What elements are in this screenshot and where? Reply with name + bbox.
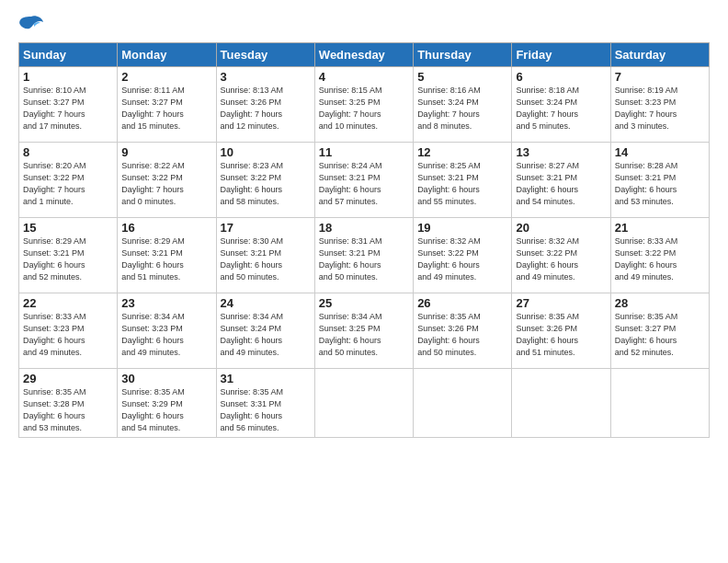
day-info: Sunrise: 8:20 AM Sunset: 3:22 PM Dayligh… [23,160,113,208]
day-number: 15 [23,221,113,235]
day-number: 2 [121,70,211,84]
day-info: Sunrise: 8:35 AM Sunset: 3:26 PM Dayligh… [516,311,606,359]
day-cell-29: 29Sunrise: 8:35 AM Sunset: 3:28 PM Dayli… [19,369,118,438]
day-number: 9 [121,145,211,159]
day-number: 18 [319,221,409,235]
day-number: 11 [319,145,409,159]
day-info: Sunrise: 8:35 AM Sunset: 3:26 PM Dayligh… [417,311,507,359]
day-cell-3: 3Sunrise: 8:13 AM Sunset: 3:26 PM Daylig… [216,67,314,143]
day-cell-14: 14Sunrise: 8:28 AM Sunset: 3:21 PM Dayli… [610,143,709,218]
day-info: Sunrise: 8:16 AM Sunset: 3:24 PM Dayligh… [417,85,507,132]
day-info: Sunrise: 8:35 AM Sunset: 3:27 PM Dayligh… [615,311,705,359]
day-cell-21: 21Sunrise: 8:33 AM Sunset: 3:22 PM Dayli… [610,218,709,293]
day-number: 13 [516,145,606,159]
day-cell-4: 4Sunrise: 8:15 AM Sunset: 3:25 PM Daylig… [314,67,413,143]
day-info: Sunrise: 8:35 AM Sunset: 3:29 PM Dayligh… [121,386,211,434]
day-number: 22 [23,296,113,310]
day-cell-15: 15Sunrise: 8:29 AM Sunset: 3:21 PM Dayli… [19,218,118,293]
day-cell-30: 30Sunrise: 8:35 AM Sunset: 3:29 PM Dayli… [118,369,216,438]
weekday-header-saturday: Saturday [610,43,709,67]
day-number: 5 [417,70,507,84]
day-cell-6: 6Sunrise: 8:18 AM Sunset: 3:24 PM Daylig… [512,67,610,143]
day-cell-19: 19Sunrise: 8:32 AM Sunset: 3:22 PM Dayli… [414,218,512,293]
week-row-4: 22Sunrise: 8:33 AM Sunset: 3:23 PM Dayli… [19,293,710,369]
logo [18,15,48,35]
day-cell-12: 12Sunrise: 8:25 AM Sunset: 3:21 PM Dayli… [414,143,512,218]
day-info: Sunrise: 8:35 AM Sunset: 3:28 PM Dayligh… [23,386,113,434]
day-number: 24 [221,296,311,310]
day-info: Sunrise: 8:23 AM Sunset: 3:22 PM Dayligh… [221,160,311,208]
day-number: 28 [615,296,705,310]
day-info: Sunrise: 8:10 AM Sunset: 3:27 PM Dayligh… [23,85,113,132]
day-number: 1 [23,70,113,84]
week-row-5: 29Sunrise: 8:35 AM Sunset: 3:28 PM Dayli… [19,369,710,438]
weekday-header-wednesday: Wednesday [314,43,413,67]
week-row-3: 15Sunrise: 8:29 AM Sunset: 3:21 PM Dayli… [19,218,710,293]
day-cell-10: 10Sunrise: 8:23 AM Sunset: 3:22 PM Dayli… [216,143,314,218]
day-info: Sunrise: 8:33 AM Sunset: 3:22 PM Dayligh… [615,236,705,283]
day-cell-11: 11Sunrise: 8:24 AM Sunset: 3:21 PM Dayli… [314,143,413,218]
day-cell-20: 20Sunrise: 8:32 AM Sunset: 3:22 PM Dayli… [512,218,610,293]
week-row-1: 1Sunrise: 8:10 AM Sunset: 3:27 PM Daylig… [19,67,710,143]
weekday-header-sunday: Sunday [19,43,118,67]
weekday-header-row: SundayMondayTuesdayWednesdayThursdayFrid… [19,43,710,67]
day-info: Sunrise: 8:29 AM Sunset: 3:21 PM Dayligh… [23,236,113,283]
day-info: Sunrise: 8:28 AM Sunset: 3:21 PM Dayligh… [615,160,705,208]
day-cell-13: 13Sunrise: 8:27 AM Sunset: 3:21 PM Dayli… [512,143,610,218]
day-cell-18: 18Sunrise: 8:31 AM Sunset: 3:21 PM Dayli… [314,218,413,293]
empty-cell [610,369,709,438]
day-info: Sunrise: 8:32 AM Sunset: 3:22 PM Dayligh… [516,236,606,283]
day-number: 4 [319,70,409,84]
day-cell-1: 1Sunrise: 8:10 AM Sunset: 3:27 PM Daylig… [19,67,118,143]
day-number: 25 [319,296,409,310]
day-info: Sunrise: 8:25 AM Sunset: 3:21 PM Dayligh… [417,160,507,208]
day-cell-16: 16Sunrise: 8:29 AM Sunset: 3:21 PM Dayli… [118,218,216,293]
day-cell-5: 5Sunrise: 8:16 AM Sunset: 3:24 PM Daylig… [414,67,512,143]
day-info: Sunrise: 8:34 AM Sunset: 3:25 PM Dayligh… [319,311,409,359]
day-info: Sunrise: 8:13 AM Sunset: 3:26 PM Dayligh… [221,85,311,132]
day-number: 29 [23,372,113,385]
day-info: Sunrise: 8:24 AM Sunset: 3:21 PM Dayligh… [319,160,409,208]
empty-cell [314,369,413,438]
day-info: Sunrise: 8:35 AM Sunset: 3:31 PM Dayligh… [221,386,311,434]
day-number: 23 [121,296,211,310]
day-number: 8 [23,145,113,159]
week-row-2: 8Sunrise: 8:20 AM Sunset: 3:22 PM Daylig… [19,143,710,218]
day-info: Sunrise: 8:15 AM Sunset: 3:25 PM Dayligh… [319,85,409,132]
day-number: 12 [417,145,507,159]
day-info: Sunrise: 8:27 AM Sunset: 3:21 PM Dayligh… [516,160,606,208]
day-number: 26 [417,296,507,310]
day-cell-31: 31Sunrise: 8:35 AM Sunset: 3:31 PM Dayli… [216,369,314,438]
day-number: 30 [121,372,211,385]
day-number: 3 [221,70,311,84]
day-number: 27 [516,296,606,310]
day-cell-23: 23Sunrise: 8:34 AM Sunset: 3:23 PM Dayli… [118,293,216,369]
day-number: 16 [121,221,211,235]
day-info: Sunrise: 8:33 AM Sunset: 3:23 PM Dayligh… [23,311,113,359]
day-cell-25: 25Sunrise: 8:34 AM Sunset: 3:25 PM Dayli… [314,293,413,369]
calendar: SundayMondayTuesdayWednesdayThursdayFrid… [18,42,710,438]
day-cell-9: 9Sunrise: 8:22 AM Sunset: 3:22 PM Daylig… [118,143,216,218]
day-number: 7 [615,70,705,84]
day-info: Sunrise: 8:22 AM Sunset: 3:22 PM Dayligh… [121,160,211,208]
day-number: 14 [615,145,705,159]
empty-cell [414,369,512,438]
day-number: 6 [516,70,606,84]
day-number: 10 [221,145,311,159]
day-number: 21 [615,221,705,235]
day-info: Sunrise: 8:19 AM Sunset: 3:23 PM Dayligh… [615,85,705,132]
day-cell-22: 22Sunrise: 8:33 AM Sunset: 3:23 PM Dayli… [19,293,118,369]
day-info: Sunrise: 8:18 AM Sunset: 3:24 PM Dayligh… [516,85,606,132]
day-info: Sunrise: 8:32 AM Sunset: 3:22 PM Dayligh… [417,236,507,283]
day-info: Sunrise: 8:34 AM Sunset: 3:24 PM Dayligh… [221,311,311,359]
page: SundayMondayTuesdayWednesdayThursdayFrid… [0,0,728,563]
day-cell-8: 8Sunrise: 8:20 AM Sunset: 3:22 PM Daylig… [19,143,118,218]
weekday-header-monday: Monday [118,43,216,67]
header [18,15,710,35]
day-cell-2: 2Sunrise: 8:11 AM Sunset: 3:27 PM Daylig… [118,67,216,143]
empty-cell [512,369,610,438]
day-number: 17 [221,221,311,235]
day-cell-7: 7Sunrise: 8:19 AM Sunset: 3:23 PM Daylig… [610,67,709,143]
day-number: 20 [516,221,606,235]
logo-icon [18,15,44,35]
